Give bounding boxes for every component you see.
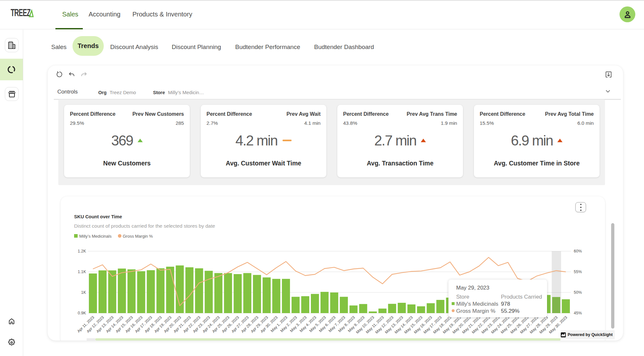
svg-text:45%: 45%: [574, 311, 582, 315]
svg-text:1.2K: 1.2K: [78, 249, 86, 253]
svg-text:0.9K: 0.9K: [78, 311, 86, 315]
svg-text:60%: 60%: [574, 249, 582, 253]
svg-text:1K: 1K: [81, 290, 86, 295]
svg-text:55%: 55%: [574, 270, 582, 274]
svg-text:50%: 50%: [574, 290, 582, 295]
svg-text:1.1K: 1.1K: [78, 270, 86, 274]
